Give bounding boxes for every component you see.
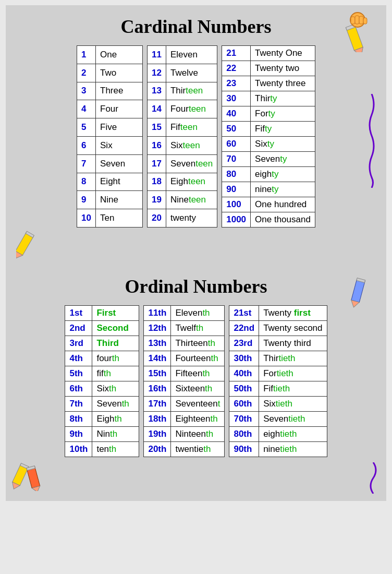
num-cell: 40 [222, 106, 251, 122]
page: Cardinal Numbers 1 One 2 Two 3 Three [6, 5, 386, 501]
num-cell: 3 [77, 82, 96, 100]
num-cell: 18 [148, 173, 166, 191]
word-cell: Seven [96, 154, 143, 173]
num-cell: 50 [222, 122, 251, 137]
ord-num-cell: 4th [65, 351, 92, 366]
table-row: 20 twenty [148, 209, 217, 228]
word-cell: Sixteen [166, 136, 217, 154]
ord-word-cell: Fifteenth [171, 366, 225, 381]
ord-word-cell: Thirtieth [259, 351, 327, 366]
ordinal-col3-table: 21st Twenty first 22nd Twenty second 23r… [229, 305, 327, 457]
word-cell: One thousand [251, 212, 315, 228]
num-cell: 22 [222, 61, 251, 76]
ord-num-cell: 18th [144, 412, 171, 427]
table-row: 14th Fourteenth [144, 351, 225, 366]
ord-num-cell: 50th [229, 381, 259, 397]
ord-num-cell: 7th [65, 397, 92, 412]
num-cell: 17 [148, 154, 166, 173]
table-row: 40 Forty [222, 106, 315, 122]
svg-rect-11 [351, 279, 365, 303]
word-cell: Nineteen [166, 191, 217, 209]
table-row: 10th tenth [65, 442, 139, 457]
pencil-top-right-icon [339, 10, 376, 54]
table-row: 21st Twenty first [229, 306, 327, 321]
table-row: 22 Twenty two [222, 61, 315, 76]
table-row: 11 Eleven [148, 46, 217, 64]
svg-rect-4 [351, 17, 355, 24]
ord-num-cell: 13th [144, 336, 171, 351]
ord-num-cell: 20th [144, 442, 171, 457]
table-row: 30 Thirty [222, 91, 315, 106]
ord-word-cell: Fourteenth [171, 351, 225, 366]
table-row: 19th Ninteenth [144, 427, 225, 442]
table-row: 4th fourth [65, 351, 139, 366]
table-row: 2 Two [77, 64, 143, 82]
ord-num-cell: 17th [144, 397, 171, 412]
table-row: 17 Seventeen [148, 154, 217, 173]
num-cell: 1 [77, 46, 96, 64]
ord-word-cell: Twelfth [171, 321, 225, 336]
word-cell: Fifteen [166, 118, 217, 137]
word-cell: Eighteen [166, 173, 217, 191]
table-row: 14 Fourteen [148, 100, 217, 118]
word-cell: Eight [96, 173, 143, 191]
ord-word-cell: ninetieth [259, 442, 327, 457]
ord-word-cell: Eighteenth [171, 412, 225, 427]
num-cell: 8 [77, 173, 96, 191]
table-row: 50th Fiftieth [229, 381, 327, 397]
table-row: 70th Seventieth [229, 412, 327, 427]
ord-word-cell: First [92, 306, 139, 321]
word-cell: Twenty One [251, 46, 315, 61]
table-row: 21 Twenty One [222, 46, 315, 61]
num-cell: 2 [77, 64, 96, 82]
table-row: 60 Sixty [222, 137, 315, 152]
ord-word-cell: fifth [92, 366, 139, 381]
word-cell: Forty [251, 106, 315, 122]
num-cell: 20 [148, 209, 166, 228]
ord-num-cell: 11th [144, 306, 171, 321]
num-cell: 10 [77, 209, 96, 228]
table-row: 9th Ninth [65, 427, 139, 442]
ord-num-cell: 8th [65, 412, 92, 427]
ord-word-cell: Ninth [92, 427, 139, 442]
ord-word-cell: Eighth [92, 412, 139, 427]
table-row: 1st First [65, 306, 139, 321]
ord-num-cell: 22nd [229, 321, 259, 336]
table-row: 5 Five [77, 118, 143, 137]
table-row: 8th Eighth [65, 412, 139, 427]
ord-word-cell: Thirteenth [171, 336, 225, 351]
table-row: 22nd Twenty second [229, 321, 327, 336]
word-cell: Six [96, 136, 143, 154]
ord-num-cell: 5th [65, 366, 92, 381]
word-cell: Eleven [166, 46, 217, 64]
cardinal-tables: 1 One 2 Two 3 Three 4 Four [11, 45, 381, 228]
ordinal-section: Ordinal Numbers 1st First 2nd [11, 270, 381, 496]
svg-rect-6 [359, 16, 363, 24]
ord-num-cell: 1st [65, 306, 92, 321]
ord-word-cell: Seventh [92, 397, 139, 412]
ord-word-cell: Third [92, 336, 139, 351]
ord-word-cell: Seventeent [171, 397, 225, 412]
word-cell: Seventy [251, 152, 315, 167]
word-cell: Fourteen [166, 100, 217, 118]
num-cell: 1000 [222, 212, 251, 228]
word-cell: One [96, 46, 143, 64]
num-cell: 23 [222, 76, 251, 91]
table-row: 20th twentieth [144, 442, 225, 457]
ord-num-cell: 9th [65, 427, 92, 442]
svg-rect-5 [355, 16, 359, 24]
word-cell: Three [96, 82, 143, 100]
table-row: 8 Eight [77, 173, 143, 191]
word-cell: Fifty [251, 122, 315, 137]
ord-num-cell: 21st [229, 306, 259, 321]
ord-word-cell: Sixtieth [259, 397, 327, 412]
table-row: 12 Twelve [148, 64, 217, 82]
ordinal-col2-table: 11th Eleventh 12th Twelfth 13th Thirteen… [143, 305, 225, 457]
ord-word-cell: twentieth [171, 442, 225, 457]
num-cell: 60 [222, 137, 251, 152]
word-cell: Two [96, 64, 143, 82]
num-cell: 13 [148, 82, 166, 100]
word-cell: ninety [251, 182, 315, 197]
table-row: 23rd Twenty third [229, 336, 327, 351]
num-cell: 21 [222, 46, 251, 61]
